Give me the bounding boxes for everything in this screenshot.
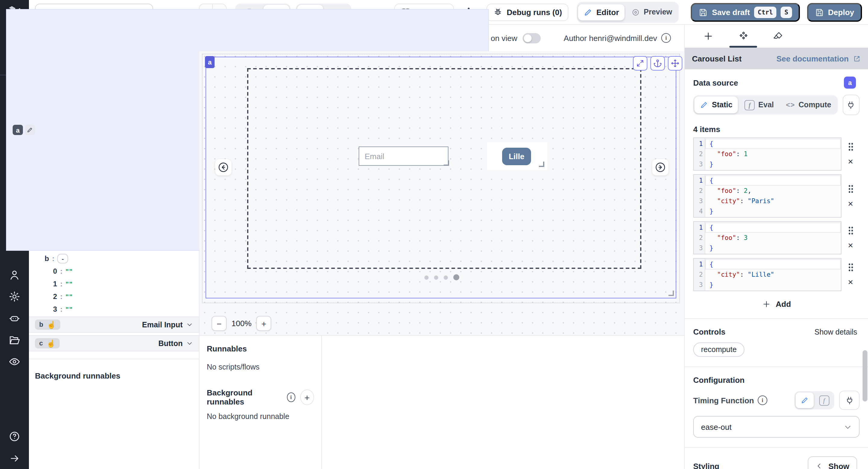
styling-tab[interactable] [761,25,796,48]
component-id-badge: a [844,76,856,89]
app-canvas[interactable]: a [199,51,684,335]
tree-toggle-badge[interactable]: - [58,253,68,263]
info-icon[interactable]: i [758,396,767,405]
bug-icon [493,7,502,17]
resize-handle[interactable] [444,160,449,166]
item-controls: × [841,174,860,218]
timing-function-select[interactable]: ease-out [693,416,860,438]
divider [685,447,868,448]
info-icon[interactable]: i [661,33,671,43]
code-lines: { "city": "Lille"} [705,259,841,290]
delete-item-icon[interactable]: × [848,241,853,250]
item-controls: × [841,221,860,254]
component-resize-handle[interactable] [669,290,674,296]
edit-id-button[interactable] [29,125,35,135]
drag-handle-icon[interactable] [848,184,853,193]
carousel-container[interactable]: Lille [247,68,641,269]
timing-connect-button[interactable] [839,390,860,410]
button-component[interactable]: Lille [502,148,531,165]
gear-icon[interactable] [0,286,29,307]
component-row-button[interactable]: c ☝ Button [29,335,199,351]
pencil-icon [700,101,708,109]
email-input-label: Email Input [142,320,183,329]
code-line: "city": "Lille" [705,270,841,280]
add-item-button[interactable]: Add [762,300,791,309]
deploy-save-icon [815,7,824,17]
timing-static-button[interactable] [796,393,814,408]
function-icon: f [744,100,755,110]
json-editor[interactable]: 123{ "city": "Lille"} [693,258,841,291]
carousel-dot[interactable] [453,274,459,280]
delete-item-icon[interactable]: × [848,157,853,166]
folder-icon[interactable] [0,329,29,351]
carousel-next-button[interactable] [652,159,669,176]
canvas-column: 0 once Hide bar on view Author henri@win… [199,25,684,469]
static-mode-button[interactable]: Static [694,96,738,113]
panel-scrollbar[interactable] [863,350,867,402]
carousel-prev-button[interactable] [215,159,231,176]
zoom-out-button[interactable]: − [212,316,227,331]
help-icon[interactable] [0,426,29,447]
background-runnables-title: Background runnables [207,388,282,406]
anchor-component-button[interactable] [650,56,665,70]
eval-mode-button[interactable]: f Eval [739,96,779,113]
carousel-dot[interactable] [444,275,448,279]
output-tree-row[interactable]: 2:"" [29,290,199,303]
info-icon[interactable]: i [287,393,296,402]
recompute-button[interactable]: recompute [693,342,744,357]
debug-runs-label: Debug runs (0) [507,7,562,17]
save-icon [699,7,708,17]
json-editor[interactable]: 123{ "foo": 1} [693,137,841,170]
deploy-button[interactable]: Deploy [807,3,862,22]
main-area: Tutorials Debug runs (0) Editor Preview [29,0,868,469]
arrow-right-circle-icon [655,162,666,173]
eye-icon[interactable] [0,351,29,373]
component-row-carousel[interactable]: a Carousel List [29,25,199,251]
email-input-component[interactable] [359,147,448,166]
output-tree-row[interactable]: 3:"" [29,303,199,315]
show-details-link[interactable]: Show details [814,327,857,336]
component-settings-tab[interactable] [726,25,761,48]
code-line: { [705,259,841,270]
carousel-dot[interactable] [424,275,429,279]
output-tree-row[interactable]: b:- [29,252,199,264]
compute-mode-button[interactable]: <> Compute [781,96,837,113]
person-icon[interactable] [0,264,29,286]
configuration-title: Configuration [693,376,860,385]
preview-tab[interactable]: Preview [626,4,678,20]
expand-component-button[interactable] [633,56,647,70]
connect-button[interactable] [843,95,860,115]
delete-item-icon[interactable]: × [848,277,853,286]
see-documentation-link[interactable]: See documentation [776,54,861,63]
json-editor[interactable]: 123{ "foo": 3} [693,221,841,254]
delete-item-icon[interactable]: × [848,199,853,208]
resize-handle[interactable] [539,162,544,167]
kbd-ctrl: Ctrl [754,6,777,18]
save-draft-button[interactable]: Save draft Ctrl S [691,3,800,22]
json-item-row: 123{ "city": "Lille"}× [693,258,860,291]
output-tree-row[interactable]: 0:"" [29,264,199,277]
divider [685,318,868,319]
code-line: { [705,222,841,233]
debug-runs-button[interactable]: Debug runs (0) [486,3,568,21]
insert-component-tab[interactable] [691,25,726,48]
drag-handle-icon[interactable] [848,142,853,151]
hide-bar-toggle[interactable] [523,33,541,43]
timing-eval-button[interactable]: f [815,393,833,408]
output-tree-row[interactable]: 1:"" [29,277,199,290]
move-component-button[interactable] [668,56,682,70]
add-background-runnable-button[interactable]: + [300,389,314,405]
styling-show-button[interactable]: Show [808,456,857,469]
component-row-email[interactable]: b ☝ Email Input [29,316,199,333]
drag-handle-icon[interactable] [848,263,853,272]
robot-icon[interactable] [0,307,29,329]
json-editor[interactable]: 1234{ "foo": 2, "city": "Paris"} [693,174,841,218]
selected-carousel-component[interactable]: a [206,57,676,299]
zoom-in-button[interactable]: + [256,316,272,331]
carousel-dots [424,274,459,280]
drag-handle-icon[interactable] [848,226,853,235]
carousel-dot[interactable] [434,275,438,279]
line-numbers: 123 [694,138,705,170]
editor-tab[interactable]: Editor [578,4,624,20]
arrow-right-icon[interactable] [0,447,29,469]
